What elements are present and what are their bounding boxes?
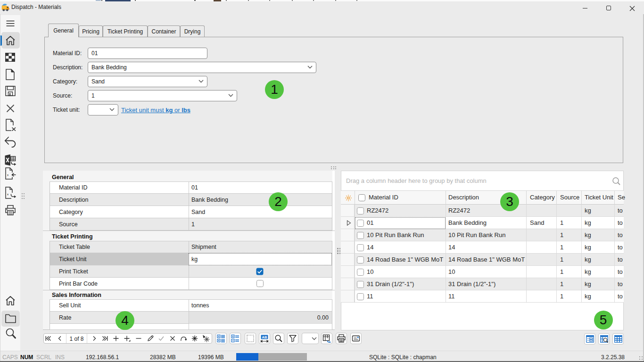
svg-text:,: , — [7, 190, 8, 196]
svg-text:AB: AB — [262, 335, 267, 339]
svg-text:,: , — [7, 171, 8, 176]
